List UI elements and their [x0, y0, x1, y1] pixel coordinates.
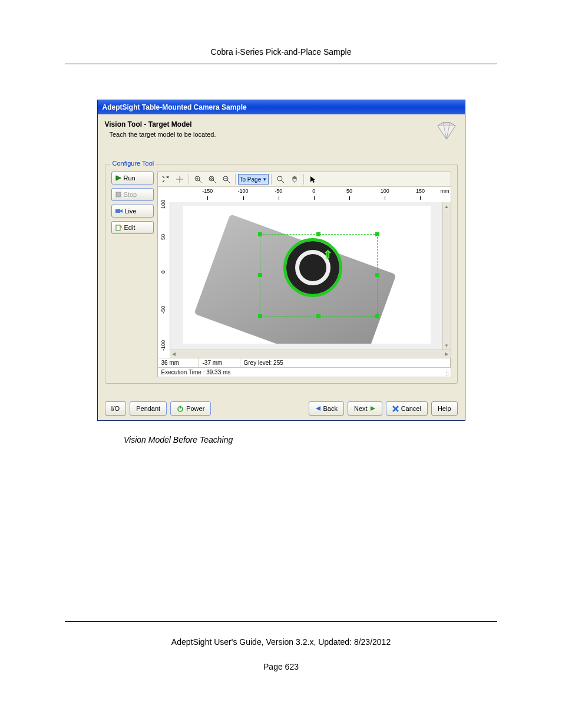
viewer-toolbar: To Page ▼ — [158, 172, 451, 187]
power-label: Power — [186, 405, 204, 412]
close-icon — [392, 406, 399, 412]
ruler-tick: 0 — [302, 188, 326, 194]
next-button[interactable]: Next — [348, 401, 382, 416]
stop-button: Stop — [111, 188, 154, 201]
power-icon — [177, 405, 184, 412]
arrow-left-icon — [315, 406, 321, 411]
svg-rect-5 — [115, 209, 120, 213]
ruler-tick: 50 — [338, 188, 361, 194]
svg-point-15 — [209, 176, 214, 181]
tool-title: Vision Tool - Target Model — [105, 120, 216, 129]
svg-point-21 — [277, 176, 282, 181]
power-button[interactable]: Power — [170, 401, 211, 416]
pendant-label: Pendant — [136, 405, 160, 412]
arrow-right-icon — [370, 406, 376, 411]
zoom-out-icon[interactable] — [220, 173, 233, 185]
svg-rect-4 — [116, 192, 121, 197]
pan-hand-icon[interactable] — [288, 173, 301, 185]
resize-handle[interactable] — [316, 232, 320, 236]
edit-icon — [115, 225, 122, 231]
scroll-up-icon[interactable]: ▲ — [443, 202, 451, 210]
svg-line-22 — [282, 180, 284, 183]
ruler-tick: 100 — [373, 188, 396, 194]
status-bar-exec: Execution Time : 39.33 ms ⣿ — [158, 367, 451, 377]
camera-image: ⇧ — [183, 206, 431, 344]
status-y: -37 mm — [199, 358, 240, 367]
status-bar: 36 mm -37 mm Grey level: 255 — [158, 358, 451, 367]
scroll-left-icon[interactable]: ◀ — [170, 350, 178, 358]
ruler-tick: -100 — [160, 340, 166, 351]
back-label: Back — [323, 405, 338, 412]
help-button[interactable]: Help — [431, 401, 458, 416]
live-button[interactable]: Live — [111, 205, 154, 218]
ruler-tick: 50 — [160, 234, 166, 245]
zoom-tool-icon[interactable] — [274, 173, 287, 185]
svg-marker-3 — [116, 176, 121, 180]
zoom-fit-icon[interactable] — [206, 173, 219, 185]
toolbar-separator — [235, 174, 236, 185]
viewer-canvas[interactable]: ⇧ — [170, 202, 442, 350]
io-label: I/O — [111, 405, 120, 412]
ruler-tick: -50 — [160, 306, 166, 317]
zoom-mode-select[interactable]: To Page ▼ — [238, 174, 269, 185]
crosshair-icon[interactable] — [173, 173, 186, 185]
toolbar-separator — [189, 174, 189, 185]
selection-box[interactable] — [260, 234, 378, 317]
resize-handle[interactable] — [258, 273, 262, 277]
scroll-down-icon[interactable]: ▼ — [443, 341, 451, 350]
svg-rect-7 — [116, 225, 120, 230]
stop-icon — [115, 192, 121, 197]
stop-label: Stop — [124, 191, 137, 198]
io-button[interactable]: I/O — [105, 401, 127, 416]
status-x: 36 mm — [158, 358, 199, 367]
live-label: Live — [125, 207, 137, 215]
vertical-ruler: 100 50 0 -50 -100 — [158, 202, 170, 350]
resize-handle[interactable] — [375, 232, 379, 236]
resize-handle[interactable] — [258, 314, 262, 318]
chevron-down-icon: ▼ — [262, 177, 267, 182]
cancel-label: Cancel — [401, 405, 421, 412]
svg-line-19 — [227, 180, 230, 183]
svg-marker-0 — [437, 126, 455, 139]
tools-icon[interactable] — [159, 173, 172, 185]
next-label: Next — [354, 405, 368, 412]
zoom-mode-label: To Page — [240, 176, 262, 183]
footer-line: AdeptSight User's Guide, Version 3.2.x, … — [65, 637, 497, 647]
play-icon — [115, 175, 121, 181]
svg-line-12 — [199, 180, 201, 183]
zoom-in-icon[interactable] — [191, 173, 204, 185]
pendant-button[interactable]: Pendant — [130, 401, 167, 416]
horizontal-scrollbar[interactable]: ◀ ▶ — [170, 350, 451, 358]
application-window: AdeptSight Table-Mounted Camera Sample V… — [97, 100, 465, 421]
execution-time: Execution Time : 39.33 ms — [161, 369, 231, 375]
edit-button[interactable]: Edit — [111, 221, 154, 234]
svg-marker-26 — [316, 406, 320, 411]
toolbar-separator — [303, 174, 304, 185]
configure-tool-fieldset: Configure Tool Run Stop Liv — [105, 164, 458, 384]
ruler-unit: mm — [441, 188, 449, 194]
resize-handle[interactable] — [316, 314, 320, 318]
svg-marker-23 — [310, 176, 315, 183]
vertical-scrollbar[interactable]: ▲ ▼ — [442, 202, 451, 350]
orientation-arrow-icon: ⇧ — [323, 248, 332, 261]
ruler-tick: -100 — [232, 188, 255, 194]
footer-divider — [65, 621, 497, 622]
window-titlebar: AdeptSight Table-Mounted Camera Sample — [98, 100, 465, 114]
svg-marker-27 — [371, 406, 375, 411]
scroll-right-icon[interactable]: ▶ — [442, 350, 451, 358]
document-header: Cobra i-Series Pick-and-Place Sample — [65, 47, 497, 57]
resize-handle[interactable] — [375, 273, 379, 277]
run-button[interactable]: Run — [111, 172, 154, 185]
pointer-icon[interactable] — [306, 173, 319, 185]
svg-point-17 — [210, 178, 212, 180]
cancel-button[interactable]: Cancel — [386, 401, 428, 416]
toolbar-separator — [271, 174, 272, 185]
back-button[interactable]: Back — [309, 401, 344, 416]
camera-icon — [115, 208, 123, 214]
ruler-tick: -150 — [196, 188, 219, 194]
header-divider — [65, 64, 497, 64]
ruler-tick: -50 — [267, 188, 290, 194]
resize-handle[interactable] — [375, 314, 379, 318]
resize-handle[interactable] — [258, 232, 262, 236]
diamond-logo-icon — [435, 120, 458, 140]
